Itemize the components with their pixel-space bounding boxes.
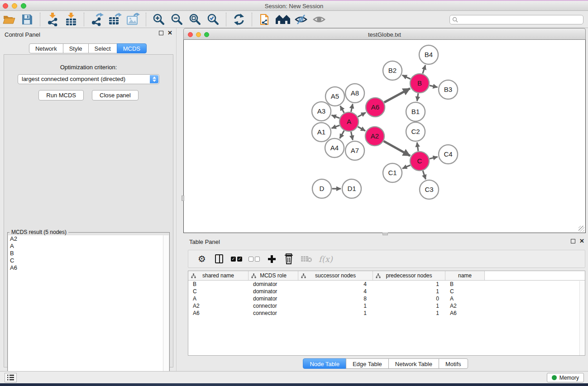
refresh-view-icon[interactable] <box>230 12 248 27</box>
edge-C-C4[interactable] <box>430 157 438 159</box>
float-panel-icon[interactable] <box>159 31 163 35</box>
graph-node-A5[interactable]: A5 <box>325 87 344 106</box>
graph-node-B2[interactable]: B2 <box>383 61 402 80</box>
edge-C-C3[interactable] <box>423 171 425 179</box>
graph-node-B3[interactable]: B3 <box>439 80 458 99</box>
home-layout-icon[interactable] <box>274 12 292 27</box>
edge-A-A2[interactable] <box>358 127 365 131</box>
edge-A-A5[interactable] <box>340 106 344 113</box>
show-panels-icon[interactable] <box>310 12 328 27</box>
edge-A-A3[interactable] <box>331 115 339 118</box>
column-header-name[interactable]: name <box>445 271 485 280</box>
graph-node-B1[interactable]: B1 <box>406 102 425 121</box>
graph-node-B[interactable]: B <box>410 74 429 93</box>
edge-C-C2[interactable] <box>417 143 418 151</box>
graph-node-A1[interactable]: A1 <box>312 123 331 142</box>
column-header-successor-nodes[interactable]: successor nodes <box>298 271 373 280</box>
graph-node-A7[interactable]: A7 <box>345 141 364 160</box>
edge-B-B2[interactable] <box>402 75 411 79</box>
close-table-panel-icon[interactable]: ✕ <box>579 239 584 243</box>
graph-node-A6[interactable]: A6 <box>366 98 385 117</box>
tab-mcds[interactable]: MCDS <box>117 43 147 53</box>
table-settings-icon[interactable]: ⚙ <box>196 253 207 265</box>
edge-B-B4[interactable] <box>423 65 425 74</box>
table-tab-motifs[interactable]: Motifs <box>439 358 468 369</box>
result-item[interactable]: A <box>8 243 169 250</box>
table-row[interactable]: Adominator80A <box>188 295 585 302</box>
zoom-out-icon[interactable] <box>168 12 186 27</box>
graph-node-A4[interactable]: A4 <box>325 138 344 157</box>
graph-node-C1[interactable]: C1 <box>383 163 402 182</box>
close-panel-button[interactable]: Close panel <box>92 90 139 100</box>
import-table-icon[interactable] <box>62 12 80 27</box>
node-table[interactable]: shared nameMCDS rolesuccessor nodesprede… <box>188 271 585 356</box>
network-canvas[interactable]: B4B2BB3B1A8A5A6A3AA1C2A2A4A7CC4C1C3DD1 <box>183 40 586 233</box>
edge-A-A1[interactable] <box>331 125 339 129</box>
column-header-shared-name[interactable]: shared name <box>188 271 249 280</box>
clone-network-icon[interactable] <box>256 12 274 27</box>
search-input[interactable] <box>458 17 583 23</box>
graph-node-A3[interactable]: A3 <box>312 102 331 121</box>
graph-node-B4[interactable]: B4 <box>419 45 438 64</box>
edge-A-A4[interactable] <box>340 131 344 138</box>
graph-node-C2[interactable]: C2 <box>406 122 425 141</box>
edge-C-C1[interactable] <box>402 165 410 169</box>
graph-node-D1[interactable]: D1 <box>342 179 361 198</box>
tab-select[interactable]: Select <box>88 43 117 53</box>
task-history-button[interactable] <box>5 373 17 382</box>
edge-A-A6[interactable] <box>358 113 366 117</box>
table-row[interactable]: A2connector11A2 <box>188 302 585 310</box>
search-field[interactable] <box>449 15 583 24</box>
table-row[interactable]: Bdominator41B <box>188 281 585 288</box>
zoom-fit-icon[interactable] <box>186 12 204 27</box>
graph-node-C4[interactable]: C4 <box>439 145 458 164</box>
edge-A-A7[interactable] <box>351 132 353 140</box>
column-header-MCDS-role[interactable]: MCDS role <box>249 271 298 280</box>
mcds-result-scrollbar[interactable] <box>163 235 169 385</box>
table-tab-edge-table[interactable]: Edge Table <box>346 358 389 369</box>
deselect-all-rows-icon[interactable] <box>249 253 260 265</box>
edge-A2-C[interactable] <box>384 141 410 156</box>
export-table-icon[interactable] <box>106 12 124 27</box>
table-tab-node-table[interactable]: Node Table <box>303 358 346 369</box>
tab-network[interactable]: Network <box>29 43 63 53</box>
result-item[interactable]: C <box>8 257 169 264</box>
split-panel-icon[interactable] <box>214 253 225 265</box>
edge-B-B3[interactable] <box>430 86 438 87</box>
result-item[interactable]: B <box>8 250 169 257</box>
save-session-icon[interactable] <box>18 12 36 27</box>
hide-panels-icon[interactable] <box>292 12 310 27</box>
export-image-icon[interactable] <box>124 12 142 27</box>
window-resize-grip[interactable] <box>578 226 584 232</box>
splitter-handle-left[interactable] <box>182 195 184 201</box>
graph-node-C[interactable]: C <box>410 152 429 171</box>
add-column-icon[interactable] <box>266 253 277 265</box>
import-network-icon[interactable] <box>44 12 62 27</box>
column-header-predecessor-nodes[interactable]: predecessor nodes <box>373 271 445 280</box>
delete-column-icon[interactable] <box>283 253 294 265</box>
edge-A6-B[interactable] <box>384 88 410 102</box>
graph-node-A[interactable]: A <box>339 112 359 131</box>
graph-node-D[interactable]: D <box>312 179 331 198</box>
graph-node-A2[interactable]: A2 <box>365 127 384 146</box>
export-network-icon[interactable] <box>88 12 106 27</box>
graph-node-A8[interactable]: A8 <box>345 84 364 103</box>
tab-style[interactable]: Style <box>63 43 89 53</box>
splitter-handle-bottom[interactable] <box>382 233 388 235</box>
result-item[interactable]: A6 <box>8 264 169 272</box>
float-table-panel-icon[interactable] <box>571 239 575 243</box>
zoom-in-icon[interactable] <box>150 12 168 27</box>
optimization-criterion-select[interactable]: largest connected component (directed) <box>18 74 159 84</box>
open-session-icon[interactable] <box>0 12 18 27</box>
edge-B-B1[interactable] <box>417 93 418 101</box>
table-row[interactable]: A6connector11A6 <box>188 310 585 317</box>
network-window-titlebar[interactable]: testGlobe.txt <box>183 28 586 40</box>
table-row[interactable]: Cdominator41C <box>188 288 585 295</box>
result-item[interactable]: A2 <box>8 235 169 243</box>
zoom-selected-icon[interactable] <box>204 12 222 27</box>
table-tab-network-table[interactable]: Network Table <box>388 358 439 369</box>
close-panel-icon[interactable]: ✕ <box>167 31 172 35</box>
select-all-rows-icon[interactable]: ✓✓ <box>231 253 242 265</box>
edge-A-A8[interactable] <box>351 104 353 112</box>
memory-button[interactable]: Memory <box>547 373 584 382</box>
